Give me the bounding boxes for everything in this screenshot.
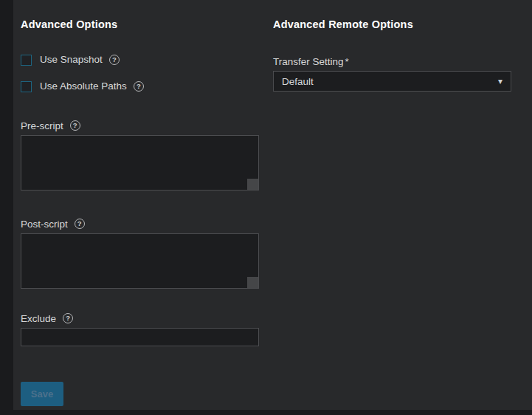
- use-absolute-paths-label: Use Absolute Paths: [40, 80, 127, 92]
- help-icon[interactable]: ?: [109, 55, 120, 65]
- use-snapshot-checkbox[interactable]: [21, 55, 32, 66]
- help-icon[interactable]: ?: [70, 120, 80, 131]
- settings-columns: Advanced Options Use Snapshot ? Use Abso…: [21, 18, 532, 406]
- required-marker: *: [345, 56, 349, 67]
- postscript-field: [21, 233, 259, 289]
- settings-panel: Advanced Options Use Snapshot ? Use Abso…: [13, 0, 532, 410]
- prescript-label: Pre-script: [21, 120, 63, 131]
- exclude-label-row: Exclude ?: [21, 312, 259, 325]
- prescript-label-row: Pre-script ?: [21, 119, 259, 132]
- exclude-input[interactable]: [21, 328, 259, 346]
- prescript-field: [21, 135, 259, 191]
- resize-handle[interactable]: [247, 179, 258, 190]
- transfer-setting-label-row: Transfer Setting *: [273, 55, 511, 68]
- help-icon[interactable]: ?: [75, 219, 85, 229]
- postscript-label: Post-script: [21, 219, 68, 230]
- advanced-remote-options-section: Advanced Remote Options Transfer Setting…: [273, 18, 511, 92]
- screen: Advanced Options Use Snapshot ? Use Abso…: [0, 0, 532, 415]
- use-snapshot-checkbox-row[interactable]: Use Snapshot ?: [21, 54, 259, 66]
- postscript-textarea[interactable]: [21, 233, 259, 289]
- use-absolute-paths-checkbox[interactable]: [21, 81, 32, 92]
- transfer-setting-select[interactable]: Default ▾: [273, 71, 511, 92]
- advanced-options-title: Advanced Options: [21, 18, 259, 32]
- caret-down-icon: ▾: [498, 77, 502, 86]
- resize-handle[interactable]: [247, 277, 258, 288]
- help-icon[interactable]: ?: [63, 313, 73, 323]
- advanced-options-section: Advanced Options Use Snapshot ? Use Abso…: [21, 18, 259, 406]
- exclude-label: Exclude: [21, 313, 56, 324]
- advanced-remote-options-title: Advanced Remote Options: [273, 18, 511, 32]
- use-snapshot-label: Use Snapshot: [40, 54, 103, 66]
- prescript-textarea[interactable]: [21, 135, 259, 191]
- use-absolute-paths-checkbox-row[interactable]: Use Absolute Paths ?: [21, 80, 259, 92]
- transfer-setting-label: Transfer Setting: [273, 56, 344, 67]
- postscript-label-row: Post-script ?: [21, 217, 259, 230]
- transfer-setting-value: Default: [282, 76, 314, 87]
- help-icon[interactable]: ?: [134, 81, 144, 92]
- save-button[interactable]: Save: [21, 382, 63, 406]
